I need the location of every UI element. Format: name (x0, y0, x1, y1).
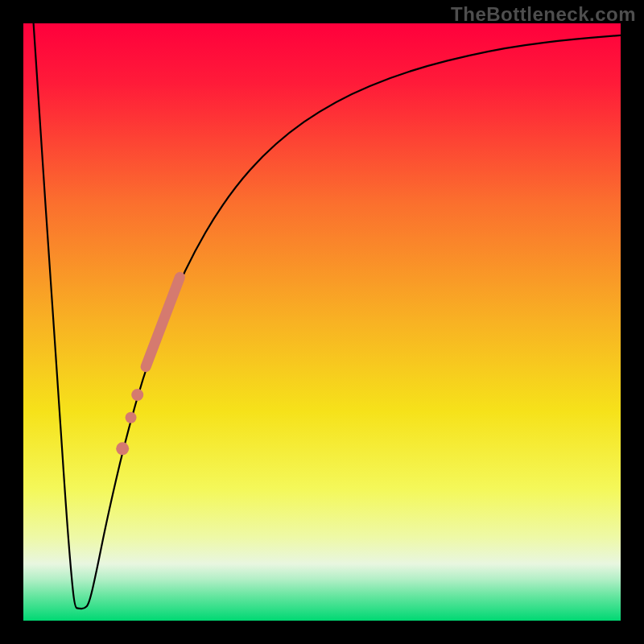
chart-plot-area (23, 23, 621, 621)
watermark-text: TheBottleneck.com (451, 3, 636, 26)
highlight-dot (131, 389, 143, 401)
chart-svg (23, 23, 621, 621)
gradient-background (23, 23, 621, 621)
highlight-dot (116, 442, 129, 455)
highlight-dot (126, 412, 137, 423)
